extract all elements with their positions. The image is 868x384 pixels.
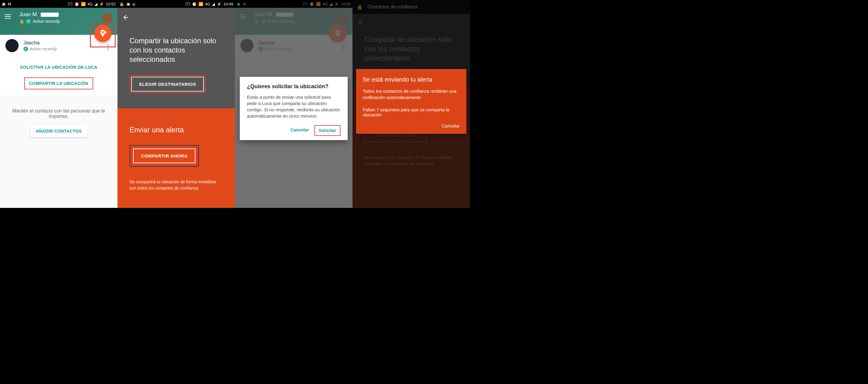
- confirm-dialog: ¿Quieres solicitar la ubicación? Estás a…: [240, 77, 348, 140]
- image-icon: ▣: [2, 2, 5, 6]
- dialog-body: Estás a punto de enviar una solicitud pa…: [247, 94, 340, 119]
- network-label: 4G: [205, 2, 210, 6]
- back-arrow-icon[interactable]: [122, 14, 129, 21]
- screen-3-request-dialog: ▣ M 📳 ⏰ 📶 4G ◢ ⚡ 10:52 Juan M. 🔒 Active …: [235, 0, 352, 208]
- lock-icon: 🔒: [19, 19, 24, 24]
- screen-4-sending-alert: 🔒 Contactos de confianza Compartir la ub…: [352, 0, 470, 208]
- share-now-button[interactable]: COMPARTIR AHORA: [133, 148, 195, 163]
- alert-countdown: Faltan 7 segundos para que se comparta l…: [363, 107, 460, 117]
- signal-icon: ◢: [94, 2, 97, 6]
- cancel-button[interactable]: Cancelar: [363, 123, 460, 128]
- battery-icon: ⚡: [217, 2, 221, 6]
- usb-icon: ψ: [132, 2, 135, 6]
- contact-status: Active recently: [23, 47, 57, 51]
- alert-body: Todos tus contactos de confianza recibir…: [363, 88, 460, 100]
- contact-name: Jascha: [23, 40, 57, 46]
- alarm-icon: ⏰: [192, 2, 197, 6]
- screen-1-home: ▣ M 📳 ⏰ 📶 4G ◢ ⚡ 10:52 Juan M. 🔒 Active …: [0, 0, 118, 208]
- tutorial-highlight-sharenow: COMPARTIR AHORA: [129, 145, 199, 167]
- send-alert-heading: Enviar una alerta: [129, 126, 223, 134]
- share-location-button[interactable]: COMPARTIR LA UBICACIÓN: [24, 78, 93, 89]
- add-contacts-button[interactable]: AÑADIR CONTACTOS: [30, 125, 87, 137]
- request-button[interactable]: Solicitar: [314, 125, 340, 136]
- image-icon: ▣: [126, 2, 130, 6]
- wifi-icon: 📶: [81, 2, 86, 6]
- alarm-icon: ⏰: [74, 2, 79, 6]
- send-alert-section: Enviar una alerta COMPARTIR AHORA Se com…: [118, 108, 235, 208]
- action-area: SOLICITAR LA UBICACIÓN DE LUCA COMPARTIR…: [0, 56, 118, 96]
- send-alert-subtext: Se compartirá tu ubicación de forma inme…: [129, 179, 223, 191]
- clock: 10:52: [106, 2, 116, 6]
- choose-recipients-button[interactable]: ELEGIR DESTINATARIOS: [131, 77, 204, 91]
- alert-sending-card: Se está enviando tu alerta Todos tus con…: [356, 69, 466, 134]
- empty-state-text: Mantén el contacto con las personas que …: [0, 96, 118, 125]
- wifi-icon: 📶: [198, 2, 203, 6]
- gmail-icon: M: [8, 2, 11, 6]
- check-icon: [23, 47, 28, 51]
- dialog-title: ¿Quieres solicitar la ubicación?: [247, 83, 340, 90]
- clock: 10:49: [223, 2, 233, 6]
- menu-icon[interactable]: [5, 13, 12, 21]
- share-selected-section: Compartir la ubicación solo con los cont…: [118, 24, 235, 108]
- request-location-button[interactable]: SOLICITAR LA UBICACIÓN DE LUCA: [16, 62, 102, 72]
- contact-avatar: [5, 39, 19, 52]
- page-title: Juan M.: [19, 11, 102, 18]
- avatar[interactable]: [102, 12, 113, 23]
- screen-2-share-options: 🔒 ▣ ψ 📳 ⏰ 📶 4G ◢ ⚡ 10:49 Compartir la ub…: [118, 0, 235, 208]
- status-bar: 🔒 ▣ ψ 📳 ⏰ 📶 4G ◢ ⚡ 10:49: [118, 0, 235, 8]
- battery-icon: ⚡: [99, 2, 104, 6]
- cancel-button[interactable]: Cancelar: [287, 125, 313, 136]
- alert-title: Se está enviando tu alerta: [363, 76, 460, 83]
- check-icon: [26, 19, 31, 24]
- vibrate-icon: 📳: [68, 2, 72, 6]
- tutorial-highlight-choose: ELEGIR DESTINATARIOS: [129, 75, 206, 93]
- lock-icon: 🔒: [119, 2, 124, 6]
- redacted-surname: [41, 12, 59, 17]
- vibrate-icon: 📳: [185, 2, 190, 6]
- status-bar: ▣ M 📳 ⏰ 📶 4G ◢ ⚡ 10:52: [0, 0, 118, 8]
- user-status: 🔒 Active recently: [19, 19, 102, 24]
- share-selected-heading: Compartir la ubicación solo con los cont…: [129, 36, 223, 64]
- tutorial-highlight-fab: [90, 23, 116, 48]
- network-label: 4G: [88, 2, 93, 6]
- signal-icon: ◢: [212, 2, 215, 6]
